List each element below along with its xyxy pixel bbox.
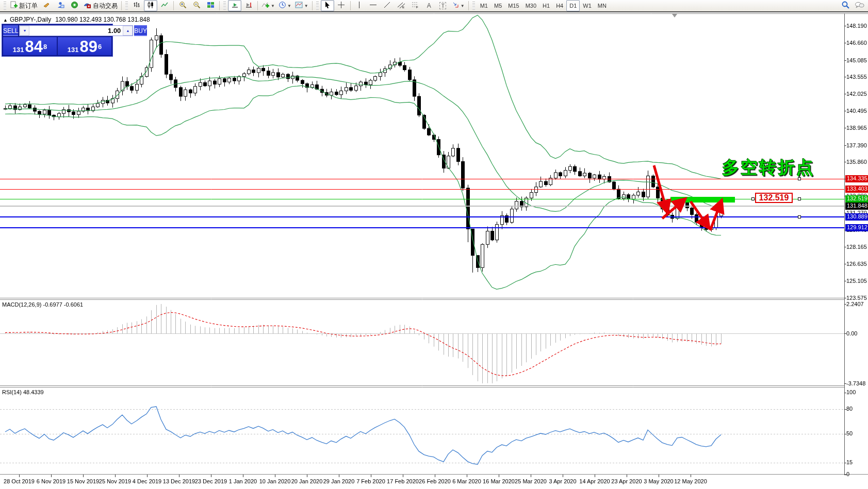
toolbar-grip (472, 2, 475, 10)
zoom-out-button[interactable] (190, 0, 203, 11)
volume-input[interactable] (29, 26, 123, 36)
template-icon (295, 1, 303, 10)
timeframe-h1[interactable]: H1 (539, 0, 553, 11)
autotrading-icon (83, 1, 91, 10)
search-icon (841, 1, 850, 11)
new-order-button[interactable]: 新订单 (8, 0, 39, 11)
bar-chart-button[interactable] (130, 0, 143, 11)
collapse-one-click-icon[interactable]: ▲ (3, 18, 8, 23)
timeframe-m1[interactable]: M1 (477, 0, 491, 11)
horizontal-line-icon (369, 1, 377, 10)
turning-point-annotation[interactable]: 多空转折点 (722, 156, 815, 179)
line-chart-button[interactable] (158, 0, 171, 11)
label-tool-button[interactable]: T (436, 0, 450, 11)
dropdown-caret: ▼ (304, 4, 308, 8)
dropdown-caret: ▼ (461, 4, 465, 8)
clock-icon (279, 1, 286, 10)
fibonacci-tool-button[interactable]: F (408, 0, 422, 11)
volume-decrease-button[interactable]: ▼ (20, 26, 29, 36)
text-tool-icon: A (427, 2, 431, 9)
signal-icon (71, 1, 78, 10)
autotrading-button[interactable]: 自动交易 (81, 0, 119, 11)
arrows-tool-icon (452, 1, 460, 10)
autotrading-label: 自动交易 (93, 2, 118, 10)
line-chart-icon (161, 1, 169, 10)
cursor-icon (324, 1, 331, 10)
chat-icon (855, 1, 864, 11)
buy-button[interactable]: BUY (134, 25, 147, 36)
fibonacci-icon: F (411, 1, 419, 10)
templates-button[interactable]: ▼ (293, 0, 310, 11)
horizontal-line-tool-button[interactable] (367, 0, 380, 11)
buy-price[interactable]: 131896 (58, 37, 111, 55)
chart-shift-marker-icon[interactable] (672, 14, 677, 18)
channel-tool-button[interactable]: E (395, 0, 408, 11)
toolbar-grip (4, 2, 6, 10)
timeframe-m5[interactable]: M5 (491, 0, 505, 11)
periods-button[interactable]: ▼ (277, 0, 293, 11)
text-tool-button[interactable]: A (422, 0, 436, 11)
new-order-label: 新订单 (19, 2, 38, 10)
timeframe-w1[interactable]: W1 (580, 0, 595, 11)
toolbar-grip (125, 2, 128, 10)
svg-text:E: E (402, 6, 404, 9)
chart-shift-icon (245, 1, 253, 10)
horn-icon (43, 1, 51, 10)
volume-stepper: ▼ ▲ (19, 25, 133, 36)
buy-price-pips: 89 (79, 40, 97, 54)
sell-price-big-figure: 131 (13, 46, 24, 54)
tile-windows-icon (207, 1, 215, 10)
tile-windows-button[interactable] (204, 0, 217, 11)
accounts-button[interactable] (54, 0, 67, 11)
zoom-out-icon (193, 1, 201, 10)
sell-button[interactable]: SELL (3, 25, 18, 36)
signals-button[interactable] (68, 0, 81, 11)
toolbar-separator (219, 1, 220, 10)
label-tool-icon: T (439, 2, 446, 9)
alert-button[interactable] (40, 0, 53, 11)
timeframe-bar: M1M5M15M30H1H4D1W1MN (477, 0, 610, 11)
candlestick-button[interactable] (144, 0, 157, 11)
dropdown-caret: ▼ (271, 4, 275, 8)
symbol-period-label: GBPJPY-,Daily (10, 16, 51, 23)
channel-icon: E (397, 1, 405, 10)
sell-price[interactable]: 131848 (3, 37, 57, 55)
chat-button[interactable] (853, 0, 866, 11)
level-132519-label[interactable]: 132.519 (755, 193, 793, 203)
timeframe-mn[interactable]: MN (595, 0, 610, 11)
timeframe-d1[interactable]: D1 (566, 0, 580, 11)
toolbar-separator (350, 1, 351, 10)
one-click-trading-panel: SELL ▼ ▲ BUY 131848 131896 (2, 24, 113, 57)
chart-canvas[interactable] (0, 0, 868, 489)
search-button[interactable] (839, 0, 852, 11)
indicators-button[interactable]: ▼ (260, 0, 276, 11)
crosshair-icon (337, 1, 345, 10)
buy-price-point: 6 (98, 40, 102, 54)
volume-increase-button[interactable]: ▲ (123, 26, 133, 36)
vertical-line-tool-button[interactable] (353, 0, 366, 11)
trendline-tool-button[interactable] (381, 0, 394, 11)
candlestick-icon (147, 1, 155, 10)
chart-shift-button[interactable] (242, 0, 255, 11)
cursor-tool-button[interactable] (321, 0, 334, 11)
toolbar-separator (173, 1, 174, 10)
toolbar-grip (223, 2, 226, 10)
toolbar-separator (312, 1, 313, 10)
chart-title: ▲GBPJPY-,Daily130.980 132.493 130.768 13… (3, 16, 150, 23)
vertical-line-icon (357, 1, 362, 10)
bar-chart-icon (133, 1, 141, 10)
auto-scroll-icon (231, 1, 239, 10)
crosshair-tool-button[interactable] (335, 0, 348, 11)
timeframe-m15[interactable]: M15 (505, 0, 522, 11)
sell-price-point: 8 (43, 40, 47, 54)
auto-scroll-button[interactable] (228, 0, 241, 11)
toolbar-separator (121, 1, 122, 10)
toolbar: 新订单 自动交易 (0, 0, 868, 12)
timeframe-h4[interactable]: H4 (553, 0, 566, 11)
buy-price-big-figure: 131 (68, 46, 79, 54)
svg-text:F: F (416, 6, 418, 9)
timeframe-m30[interactable]: M30 (522, 0, 539, 11)
zoom-in-button[interactable] (176, 0, 189, 11)
zoom-in-icon (179, 1, 187, 10)
arrows-tool-button[interactable]: ▼ (450, 0, 466, 11)
